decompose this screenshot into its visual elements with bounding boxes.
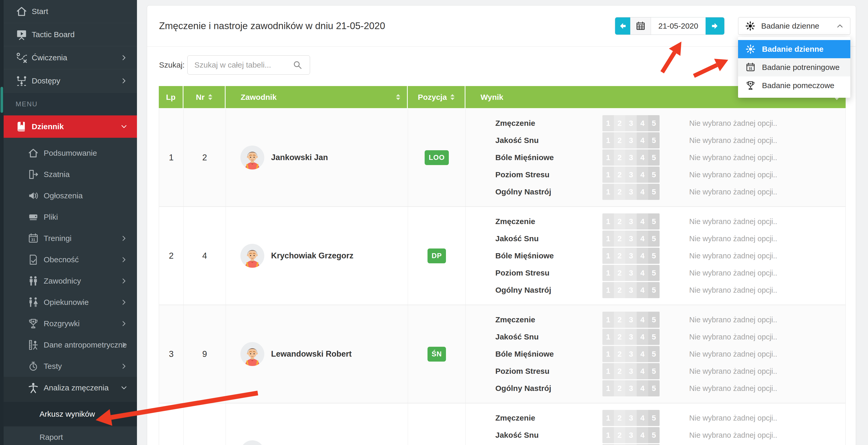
sidebar-item-zawodnicy[interactable]: Zawodnicy bbox=[4, 270, 137, 292]
rating-button-4[interactable]: 4 bbox=[637, 329, 648, 345]
sidebar-item-podsumowanie[interactable]: Podsumowanie bbox=[4, 143, 137, 164]
rating-button-1[interactable]: 1 bbox=[602, 410, 614, 426]
rating-button-1[interactable]: 1 bbox=[602, 282, 614, 298]
sidebar-item-tactic-board[interactable]: Tactic Board bbox=[4, 23, 137, 46]
rating-button-3[interactable]: 3 bbox=[625, 265, 637, 281]
rating-button-1[interactable]: 1 bbox=[602, 115, 614, 131]
next-day-button[interactable] bbox=[706, 18, 724, 35]
rating-button-1[interactable]: 1 bbox=[602, 346, 614, 362]
rating-button-4[interactable]: 4 bbox=[637, 213, 648, 230]
sidebar-item-treningi[interactable]: 31Treningi bbox=[4, 228, 137, 249]
rating-button-4[interactable]: 4 bbox=[637, 282, 648, 298]
column-header-nr[interactable]: Nr bbox=[184, 86, 225, 108]
rating-button-1[interactable]: 1 bbox=[602, 184, 614, 200]
rating-button-2[interactable]: 2 bbox=[614, 380, 625, 396]
previous-day-button[interactable] bbox=[615, 18, 630, 35]
rating-button-4[interactable]: 4 bbox=[637, 363, 648, 379]
rating-button-1[interactable]: 1 bbox=[602, 363, 614, 379]
rating-button-3[interactable]: 3 bbox=[625, 248, 637, 264]
sidebar-item-szatnia[interactable]: Szatnia bbox=[4, 164, 137, 185]
column-header-pozycja[interactable]: Pozycja bbox=[408, 86, 465, 108]
rating-button-3[interactable]: 3 bbox=[625, 363, 637, 379]
sidebar-item-opiekunowie[interactable]: Opiekunowie bbox=[4, 292, 137, 313]
rating-button-5[interactable]: 5 bbox=[648, 329, 659, 345]
sidebar-item-start[interactable]: Start bbox=[4, 0, 137, 23]
rating-button-2[interactable]: 2 bbox=[614, 213, 625, 230]
sidebar-item-raport[interactable]: Raport bbox=[4, 426, 137, 445]
calendar-button[interactable] bbox=[630, 18, 651, 35]
sidebar-item-rozgrywki[interactable]: Rozgrywki bbox=[4, 313, 137, 334]
rating-button-5[interactable]: 5 bbox=[648, 115, 659, 131]
rating-button-3[interactable]: 3 bbox=[625, 115, 637, 131]
sidebar-item-obecno[interactable]: Obecność bbox=[4, 249, 137, 270]
rating-button-2[interactable]: 2 bbox=[614, 231, 625, 247]
survey-type-dropdown-button[interactable]: Badanie dzienne bbox=[738, 17, 850, 35]
rating-button-5[interactable]: 5 bbox=[648, 265, 659, 281]
rating-button-2[interactable]: 2 bbox=[614, 427, 625, 443]
rating-button-5[interactable]: 5 bbox=[648, 346, 659, 362]
dropdown-option-badanie-potreningowe[interactable]: 31Badanie potreningowe bbox=[738, 58, 850, 77]
rating-button-3[interactable]: 3 bbox=[625, 427, 637, 443]
rating-button-1[interactable]: 1 bbox=[602, 312, 614, 328]
rating-button-2[interactable]: 2 bbox=[614, 149, 625, 166]
rating-button-4[interactable]: 4 bbox=[637, 149, 648, 166]
rating-button-4[interactable]: 4 bbox=[637, 132, 648, 148]
rating-button-5[interactable]: 5 bbox=[648, 410, 659, 426]
rating-button-3[interactable]: 3 bbox=[625, 167, 637, 183]
sidebar-item-wiczenia[interactable]: Ćwiczenia bbox=[4, 46, 137, 69]
rating-button-2[interactable]: 2 bbox=[614, 329, 625, 345]
rating-button-2[interactable]: 2 bbox=[614, 410, 625, 426]
rating-button-2[interactable]: 2 bbox=[614, 248, 625, 264]
rating-button-2[interactable]: 2 bbox=[614, 265, 625, 281]
sort-icon[interactable] bbox=[208, 94, 212, 100]
rating-button-3[interactable]: 3 bbox=[625, 282, 637, 298]
sidebar-item-arkusz-wynik-w[interactable]: Arkusz wyników bbox=[4, 402, 137, 426]
rating-button-4[interactable]: 4 bbox=[637, 312, 648, 328]
rating-button-4[interactable]: 4 bbox=[637, 410, 648, 426]
rating-button-5[interactable]: 5 bbox=[648, 184, 659, 200]
rating-button-3[interactable]: 3 bbox=[625, 213, 637, 230]
rating-button-2[interactable]: 2 bbox=[614, 132, 625, 148]
rating-button-1[interactable]: 1 bbox=[602, 213, 614, 230]
rating-button-5[interactable]: 5 bbox=[648, 363, 659, 379]
rating-button-5[interactable]: 5 bbox=[648, 312, 659, 328]
rating-button-4[interactable]: 4 bbox=[637, 248, 648, 264]
rating-button-3[interactable]: 3 bbox=[625, 329, 637, 345]
sort-icon[interactable] bbox=[451, 94, 455, 100]
rating-button-3[interactable]: 3 bbox=[625, 231, 637, 247]
rating-button-5[interactable]: 5 bbox=[648, 213, 659, 230]
rating-button-5[interactable]: 5 bbox=[648, 427, 659, 443]
sidebar-item-dane-antropometryczne[interactable]: Dane antropometryczne bbox=[4, 334, 137, 356]
rating-button-2[interactable]: 2 bbox=[614, 282, 625, 298]
date-display[interactable]: 21-05-2020 bbox=[651, 18, 706, 35]
rating-button-4[interactable]: 4 bbox=[637, 346, 648, 362]
rating-button-1[interactable]: 1 bbox=[602, 149, 614, 166]
sidebar-item-dost-py[interactable]: Dostępy bbox=[4, 69, 137, 92]
sidebar-scrollbar-thumb[interactable] bbox=[1, 87, 3, 113]
rating-button-3[interactable]: 3 bbox=[625, 132, 637, 148]
sidebar-item-testy[interactable]: Testy bbox=[4, 356, 137, 377]
rating-button-3[interactable]: 3 bbox=[625, 149, 637, 166]
rating-button-5[interactable]: 5 bbox=[648, 248, 659, 264]
sort-icon[interactable] bbox=[396, 94, 400, 100]
rating-button-1[interactable]: 1 bbox=[602, 231, 614, 247]
column-header-zawodnik[interactable]: Zawodnik bbox=[225, 86, 408, 108]
rating-button-3[interactable]: 3 bbox=[625, 410, 637, 426]
sidebar-item-pliki[interactable]: Pliki bbox=[4, 206, 137, 228]
rating-button-2[interactable]: 2 bbox=[614, 115, 625, 131]
rating-button-2[interactable]: 2 bbox=[614, 167, 625, 183]
rating-button-2[interactable]: 2 bbox=[614, 346, 625, 362]
rating-button-5[interactable]: 5 bbox=[648, 231, 659, 247]
rating-button-3[interactable]: 3 bbox=[625, 312, 637, 328]
dropdown-option-badanie-pomeczowe[interactable]: Badanie pomeczowe bbox=[738, 77, 850, 95]
rating-button-1[interactable]: 1 bbox=[602, 248, 614, 264]
rating-button-1[interactable]: 1 bbox=[602, 265, 614, 281]
rating-button-5[interactable]: 5 bbox=[648, 149, 659, 166]
rating-button-1[interactable]: 1 bbox=[602, 380, 614, 396]
sidebar-item-og-oszenia[interactable]: Ogłoszenia bbox=[4, 185, 137, 206]
rating-button-2[interactable]: 2 bbox=[614, 312, 625, 328]
sidebar-item-analiza-zmeczenia[interactable]: Analiza zmęczenia bbox=[4, 377, 137, 398]
rating-button-1[interactable]: 1 bbox=[602, 167, 614, 183]
rating-button-1[interactable]: 1 bbox=[602, 132, 614, 148]
search-input[interactable] bbox=[187, 55, 310, 75]
